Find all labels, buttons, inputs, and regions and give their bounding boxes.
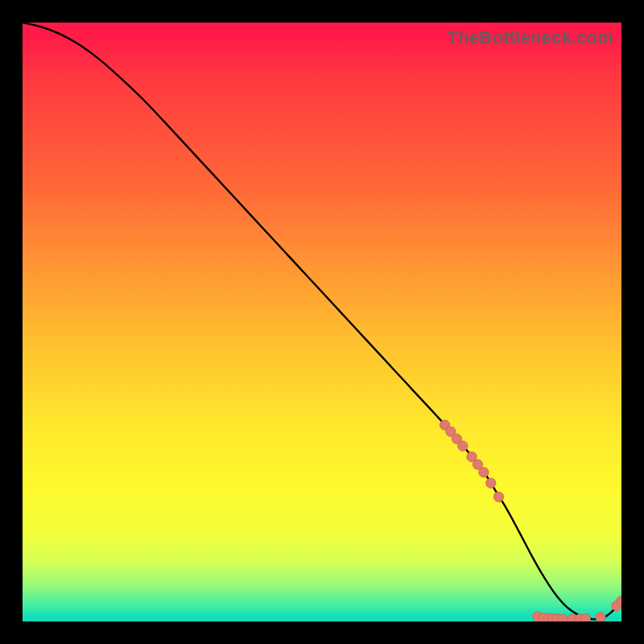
bottleneck-curve <box>23 23 621 619</box>
watermark-text: TheBottleneck.com <box>448 27 613 48</box>
chart-stage: TheBottleneck.com <box>0 0 644 644</box>
data-marker <box>596 613 605 621</box>
plot-area: TheBottleneck.com <box>23 23 621 621</box>
chart-svg <box>23 23 621 621</box>
data-marker <box>479 468 489 477</box>
data-marker <box>486 478 496 488</box>
data-marker <box>493 492 503 502</box>
data-marker <box>580 613 590 621</box>
data-marker <box>558 614 568 621</box>
data-marker <box>458 441 468 451</box>
